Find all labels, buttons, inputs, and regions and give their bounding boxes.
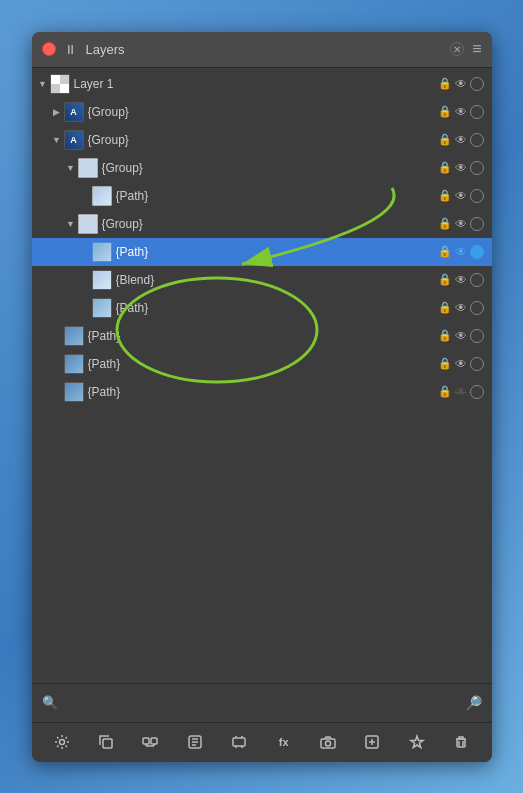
layer-item-path1[interactable]: {Path} 🔒 👁: [32, 182, 492, 210]
lock-icon-group1[interactable]: 🔒: [438, 105, 452, 118]
layer-item-path3[interactable]: {Path} 🔒 👁: [32, 294, 492, 322]
layer-item-path6[interactable]: {Path} 🔒 👁: [32, 378, 492, 406]
color-chip-layer1[interactable]: [470, 77, 484, 91]
lock-icon-group2[interactable]: 🔒: [438, 133, 452, 146]
layer-name-path4: {Path}: [88, 329, 438, 343]
layer-name-path6: {Path}: [88, 385, 438, 399]
layer-thumbnail-layer1: [50, 74, 70, 94]
lock-icon-path5[interactable]: 🔒: [438, 357, 452, 370]
layer-controls-path4: 🔒 👁: [438, 329, 484, 343]
lock-icon-path4[interactable]: 🔒: [438, 329, 452, 342]
layer-item-path4[interactable]: {Path} 🔒 👁: [32, 322, 492, 350]
color-chip-path4[interactable]: [470, 329, 484, 343]
layer-name-group4: {Group}: [102, 217, 438, 231]
visibility-icon-path6[interactable]: 👁: [455, 385, 467, 399]
layer-name-path3: {Path}: [116, 301, 438, 315]
visibility-icon-group1[interactable]: 👁: [455, 105, 467, 119]
toolbar-mask-button[interactable]: [181, 728, 209, 756]
color-chip-path3[interactable]: [470, 301, 484, 315]
visibility-icon-blend1[interactable]: 👁: [455, 273, 467, 287]
toolbar-camera-button[interactable]: [314, 728, 342, 756]
svg-rect-4: [143, 738, 149, 744]
layer-controls-path5: 🔒 👁: [438, 357, 484, 371]
svg-rect-5: [151, 738, 157, 744]
lock-icon-path6[interactable]: 🔒: [438, 385, 452, 398]
layer-item-blend1[interactable]: {Blend} 🔒 👁: [32, 266, 492, 294]
lock-icon-path2[interactable]: 🔒: [438, 245, 452, 258]
color-chip-group1[interactable]: [470, 105, 484, 119]
toolbar-add-button[interactable]: [358, 728, 386, 756]
panel-close-x[interactable]: ✕: [450, 42, 464, 56]
svg-rect-7: [233, 738, 245, 746]
layer-name-group2: {Group}: [88, 133, 438, 147]
color-chip-path2[interactable]: [470, 245, 484, 259]
lock-icon-group4[interactable]: 🔒: [438, 217, 452, 230]
layer-controls-layer1: 🔒 👁: [438, 77, 484, 91]
panel-menu-button[interactable]: ≡: [472, 40, 481, 58]
layer-item-group2[interactable]: A {Group} 🔒 👁: [32, 126, 492, 154]
visibility-icon-path2[interactable]: 👁: [455, 245, 467, 259]
toolbar-delete-button[interactable]: [447, 728, 475, 756]
lock-icon-path1[interactable]: 🔒: [438, 189, 452, 202]
layer-controls-path1: 🔒 👁: [438, 189, 484, 203]
expand-toggle-group3[interactable]: [64, 161, 78, 175]
layer-item-group4[interactable]: {Group} 🔒 👁: [32, 210, 492, 238]
layer-thumbnail-group3: [78, 158, 98, 178]
toolbar-duplicate-button[interactable]: [92, 728, 120, 756]
lock-icon-layer1[interactable]: 🔒: [438, 77, 452, 90]
layer-thumbnail-path5: [64, 354, 84, 374]
expand-toggle-group4[interactable]: [64, 217, 78, 231]
layer-item-path2[interactable]: {Path} 🔒 👁: [32, 238, 492, 266]
color-chip-path6[interactable]: [470, 385, 484, 399]
toolbar-group-button[interactable]: [136, 728, 164, 756]
expand-toggle-layer1[interactable]: [36, 77, 50, 91]
svg-point-2: [59, 740, 64, 745]
color-chip-path1[interactable]: [470, 189, 484, 203]
title-bar: ⏸ Layers ✕ ≡: [32, 32, 492, 68]
bottom-toolbar: fx: [32, 722, 492, 762]
layer-list[interactable]: Layer 1 🔒 👁 A {Group} 🔒 👁: [32, 68, 492, 683]
layer-name-path1: {Path}: [116, 189, 438, 203]
visibility-icon-group2[interactable]: 👁: [455, 133, 467, 147]
visibility-icon-path5[interactable]: 👁: [455, 357, 467, 371]
search-icon: 🔍: [42, 695, 58, 710]
lock-icon-blend1[interactable]: 🔒: [438, 273, 452, 286]
layer-controls-group3: 🔒 👁: [438, 161, 484, 175]
visibility-icon-layer1[interactable]: 👁: [455, 77, 467, 91]
layer-item-path5[interactable]: {Path} 🔒 👁: [32, 350, 492, 378]
toolbar-clip-button[interactable]: [225, 728, 253, 756]
layer-name-group3: {Group}: [102, 161, 438, 175]
toolbar-settings-button[interactable]: [48, 728, 76, 756]
color-chip-group3[interactable]: [470, 161, 484, 175]
close-button[interactable]: [42, 42, 56, 56]
color-chip-path5[interactable]: [470, 357, 484, 371]
visibility-icon-path3[interactable]: 👁: [455, 301, 467, 315]
panel-collapse-icon[interactable]: ⏸: [64, 42, 78, 56]
layer-thumbnail-path6: [64, 382, 84, 402]
layer-controls-path6: 🔒 👁: [438, 385, 484, 399]
toolbar-star-button[interactable]: [403, 728, 431, 756]
expand-toggle-group2[interactable]: [50, 133, 64, 147]
expand-toggle-group1[interactable]: [50, 105, 64, 119]
color-chip-group2[interactable]: [470, 133, 484, 147]
visibility-icon-path1[interactable]: 👁: [455, 189, 467, 203]
layer-controls-group4: 🔒 👁: [438, 217, 484, 231]
layer-item-group3[interactable]: {Group} 🔒 👁: [32, 154, 492, 182]
lock-icon-path3[interactable]: 🔒: [438, 301, 452, 314]
visibility-icon-group3[interactable]: 👁: [455, 161, 467, 175]
panel-title: Layers: [86, 42, 443, 57]
layer-item-group1[interactable]: A {Group} 🔒 👁: [32, 98, 492, 126]
visibility-icon-path4[interactable]: 👁: [455, 329, 467, 343]
layer-thumbnail-blend1: [92, 270, 112, 290]
search-bar: 🔍 🔎: [32, 683, 492, 722]
layer-name-layer1: Layer 1: [74, 77, 438, 91]
lock-icon-group3[interactable]: 🔒: [438, 161, 452, 174]
layer-item-layer1[interactable]: Layer 1 🔒 👁: [32, 70, 492, 98]
layer-name-group1: {Group}: [88, 105, 438, 119]
toolbar-fx-button[interactable]: fx: [270, 728, 298, 756]
layer-name-path5: {Path}: [88, 357, 438, 371]
visibility-icon-group4[interactable]: 👁: [455, 217, 467, 231]
color-chip-blend1[interactable]: [470, 273, 484, 287]
layer-controls-blend1: 🔒 👁: [438, 273, 484, 287]
color-chip-group4[interactable]: [470, 217, 484, 231]
